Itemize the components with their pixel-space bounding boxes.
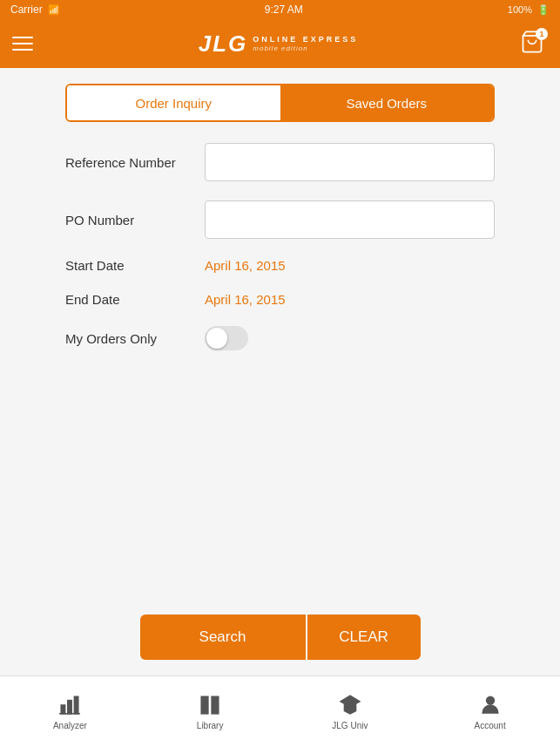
clear-button[interactable]: CLEAR <box>307 615 421 660</box>
end-date-label: End Date <box>65 292 205 307</box>
logo-subtitle: ONLINE EXPRESS <box>253 35 358 44</box>
tab-bar-analyzer[interactable]: Analyzer <box>0 693 140 730</box>
my-orders-only-row: My Orders Only <box>65 326 495 350</box>
logo: JLG ONLINE EXPRESS mobile edition <box>199 32 359 55</box>
header: JLG ONLINE EXPRESS mobile edition 1 <box>0 19 560 68</box>
account-label: Account <box>475 721 506 730</box>
battery-icon: 🔋 <box>537 4 550 16</box>
reference-number-input[interactable] <box>205 143 495 181</box>
search-form: Reference Number PO Number Start Date Ap… <box>0 122 560 350</box>
toggle-thumb <box>206 328 227 349</box>
svg-rect-2 <box>68 701 71 714</box>
end-date-value[interactable]: April 16, 2015 <box>205 292 286 307</box>
time-label: 9:27 AM <box>265 3 303 16</box>
logo-jlg-text: JLG <box>199 32 248 55</box>
svg-rect-1 <box>62 705 65 714</box>
tab-bar: Analyzer Library JLG Univ <box>0 676 560 747</box>
cart-button[interactable]: 1 <box>516 28 548 59</box>
my-orders-only-label: My Orders Only <box>65 331 205 346</box>
graduation-icon <box>338 693 362 717</box>
menu-button[interactable] <box>12 30 40 58</box>
battery-label: 100% <box>508 4 532 15</box>
jlg-univ-label: JLG Univ <box>332 721 368 730</box>
end-date-row: End Date April 16, 2015 <box>65 292 495 307</box>
logo-edition: mobile edition <box>253 44 358 52</box>
tab-bar-library[interactable]: Library <box>140 693 280 730</box>
wifi-icon: 📶 <box>48 4 60 16</box>
status-bar: Carrier 📶 9:27 AM 100% 🔋 <box>0 0 560 19</box>
po-number-input[interactable] <box>205 200 495 239</box>
po-number-label: PO Number <box>65 213 205 227</box>
cart-badge: 1 <box>536 28 548 40</box>
hamburger-line-3 <box>12 49 33 51</box>
start-date-row: Start Date April 16, 2015 <box>65 258 495 273</box>
analyzer-label: Analyzer <box>53 721 87 730</box>
tab-bar-jlg-univ[interactable]: JLG Univ <box>280 693 421 730</box>
tab-group: Order Inquiry Saved Orders <box>65 84 495 122</box>
hamburger-line-1 <box>12 37 33 38</box>
status-left: Carrier 📶 <box>10 3 60 16</box>
svg-rect-3 <box>75 696 78 714</box>
svg-rect-6 <box>212 696 219 714</box>
reference-number-label: Reference Number <box>65 155 205 170</box>
book-icon <box>198 693 222 717</box>
tab-saved-orders[interactable]: Saved Orders <box>280 85 494 120</box>
person-icon <box>478 693 503 717</box>
hamburger-line-2 <box>12 43 33 44</box>
chart-icon <box>57 693 82 717</box>
svg-rect-5 <box>201 696 208 714</box>
my-orders-only-toggle[interactable] <box>205 326 248 350</box>
carrier-label: Carrier <box>10 3 43 16</box>
search-button[interactable]: Search <box>140 615 306 660</box>
start-date-value[interactable]: April 16, 2015 <box>205 258 286 273</box>
tab-order-inquiry[interactable]: Order Inquiry <box>67 85 280 120</box>
po-number-row: PO Number <box>65 200 495 239</box>
tab-bar-account[interactable]: Account <box>420 693 560 730</box>
action-buttons: Search CLEAR <box>0 615 560 660</box>
start-date-label: Start Date <box>65 258 205 273</box>
svg-point-10 <box>486 696 494 704</box>
reference-number-row: Reference Number <box>65 143 495 181</box>
status-right: 100% 🔋 <box>508 4 550 16</box>
library-label: Library <box>197 721 224 730</box>
